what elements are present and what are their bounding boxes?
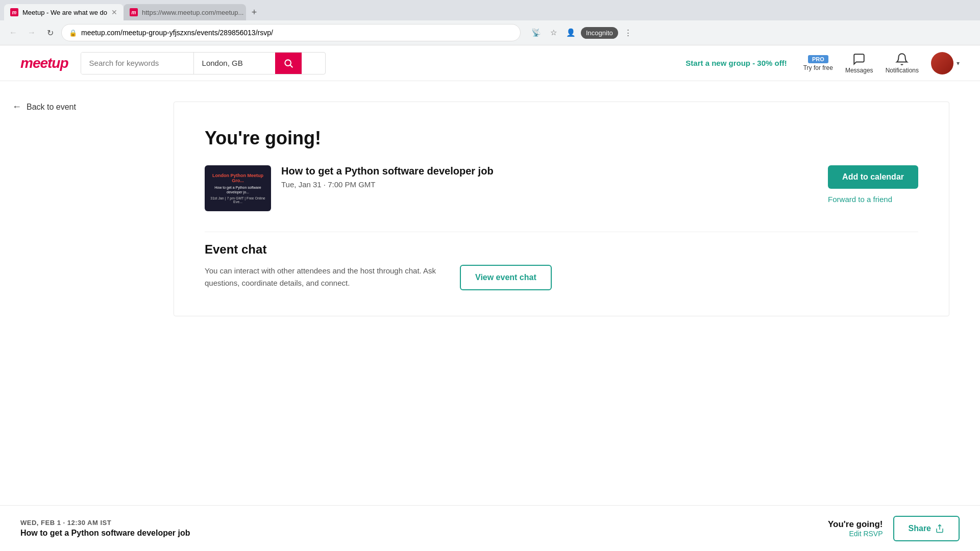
event-date: Tue, Jan 31 · 7:00 PM GMT (281, 180, 818, 189)
back-arrow-icon: ← (12, 102, 21, 112)
event-chat-section: Event chat You can interact with other a… (205, 242, 918, 290)
back-to-event-label: Back to event (27, 103, 76, 112)
cast-icon[interactable]: 📡 (529, 26, 543, 40)
browser-chrome: m Meetup - We are what we do ✕ m https:/… (0, 0, 980, 45)
avatar-container[interactable]: ▾ (931, 52, 960, 74)
notifications-icon (895, 53, 909, 66)
nav-back-button[interactable]: ← (6, 26, 20, 40)
tab-favicon-1: m (10, 8, 18, 16)
chat-description: You can interact with other attendees an… (205, 265, 439, 289)
sidebar: ← Back to event (0, 81, 143, 516)
avatar (931, 52, 953, 74)
footer-bar: WED, FEB 1 · 12:30 AM IST How to get a P… (0, 505, 980, 551)
pro-badge[interactable]: PRO Try for free (803, 55, 833, 71)
nav-refresh-button[interactable]: ↻ (43, 26, 57, 40)
app-header: meetup Start a new group - 30% off! PRO … (0, 45, 980, 81)
bookmark-icon[interactable]: ☆ (546, 26, 560, 40)
share-button[interactable]: Share (893, 516, 960, 541)
location-input[interactable] (193, 53, 275, 74)
svg-line-1 (290, 65, 292, 67)
event-info: How to get a Python software developer j… (281, 165, 818, 189)
notifications-label: Notifications (886, 67, 919, 74)
nav-forward-button[interactable]: → (24, 26, 39, 40)
event-actions: Add to calendar Forward to a friend (828, 165, 918, 204)
thumbnail-inner: London Python Meetup Gro... How to get a… (205, 169, 271, 208)
profile-icon[interactable]: 👤 (564, 26, 578, 40)
search-input[interactable] (81, 53, 193, 74)
page-layout: ← Back to event You're going! London Pyt… (0, 81, 980, 516)
pro-sub-label: Try for free (803, 64, 833, 71)
content-card: You're going! London Python Meetup Gro..… (174, 102, 949, 316)
messages-label: Messages (845, 67, 873, 74)
footer-date: WED, FEB 1 · 12:30 AM IST (20, 519, 190, 527)
messages-button[interactable]: Messages (845, 53, 873, 74)
url-text: meetup.com/meetup-group-yfjszxns/events/… (81, 29, 513, 37)
tab-active[interactable]: m Meetup - We are what we do ✕ (4, 4, 124, 20)
search-icon (283, 58, 293, 68)
add-to-calendar-button[interactable]: Add to calendar (828, 165, 918, 189)
thumbnail-date: 31st Jan | 7 pm GMT | Free Online Eve... (209, 196, 267, 204)
share-label: Share (909, 524, 931, 533)
notifications-button[interactable]: Notifications (886, 53, 919, 74)
view-event-chat-button[interactable]: View event chat (460, 265, 552, 290)
share-icon (935, 524, 944, 533)
going-title: You're going! (205, 128, 918, 149)
tab-favicon-2: m (130, 8, 138, 16)
search-bar (81, 52, 326, 74)
lock-icon: 🔒 (69, 29, 77, 37)
search-button[interactable] (275, 53, 302, 74)
new-tab-button[interactable]: + (246, 4, 262, 20)
address-bar-row: ← → ↻ 🔒 meetup.com/meetup-group-yfjszxns… (0, 20, 980, 45)
promo-banner[interactable]: Start a new group - 30% off! (685, 59, 787, 67)
footer-going-label: You're going! (828, 519, 883, 530)
tab-title-1: Meetup - We are what we do (22, 9, 107, 16)
footer-event-name: How to get a Python software developer j… (20, 529, 190, 538)
back-to-event-link[interactable]: ← Back to event (12, 102, 131, 112)
forward-to-friend-link[interactable]: Forward to a friend (828, 195, 892, 204)
tab-inactive[interactable]: m https://www.meetup.com/meetup... ✕ (124, 4, 246, 20)
thumbnail-group: London Python Meetup Gro... (209, 173, 267, 183)
pro-label: PRO (808, 55, 828, 63)
event-name: How to get a Python software developer j… (281, 165, 818, 177)
event-chat-title: Event chat (205, 242, 918, 257)
event-thumbnail: London Python Meetup Gro... How to get a… (205, 165, 271, 211)
meetup-logo[interactable]: meetup (20, 55, 68, 71)
header-actions: PRO Try for free Messages Notifications … (803, 52, 960, 74)
messages-icon (852, 53, 866, 66)
tab-close-1[interactable]: ✕ (111, 8, 117, 16)
footer-right: You're going! Edit RSVP Share (828, 516, 960, 541)
footer-event-info: WED, FEB 1 · 12:30 AM IST How to get a P… (20, 519, 190, 538)
browser-actions: 📡 ☆ 👤 Incognito ⋮ (529, 26, 635, 40)
chat-layout: You can interact with other attendees an… (205, 265, 918, 290)
footer-going: You're going! Edit RSVP (828, 519, 883, 538)
event-card: London Python Meetup Gro... How to get a… (205, 165, 918, 211)
edit-rsvp-link[interactable]: Edit RSVP (828, 530, 883, 538)
main-content: You're going! London Python Meetup Gro..… (143, 81, 980, 516)
avatar-image (931, 52, 953, 74)
address-bar[interactable]: 🔒 meetup.com/meetup-group-yfjszxns/event… (61, 24, 521, 41)
svg-point-0 (285, 60, 291, 66)
more-options-icon[interactable]: ⋮ (621, 26, 635, 40)
tab-title-2: https://www.meetup.com/meetup... (142, 9, 243, 16)
section-divider (205, 232, 918, 232)
tab-bar: m Meetup - We are what we do ✕ m https:/… (0, 0, 980, 20)
thumbnail-subtitle: How to get a Python software developer j… (209, 185, 267, 194)
incognito-button[interactable]: Incognito (581, 27, 618, 39)
avatar-chevron-icon: ▾ (957, 60, 960, 67)
